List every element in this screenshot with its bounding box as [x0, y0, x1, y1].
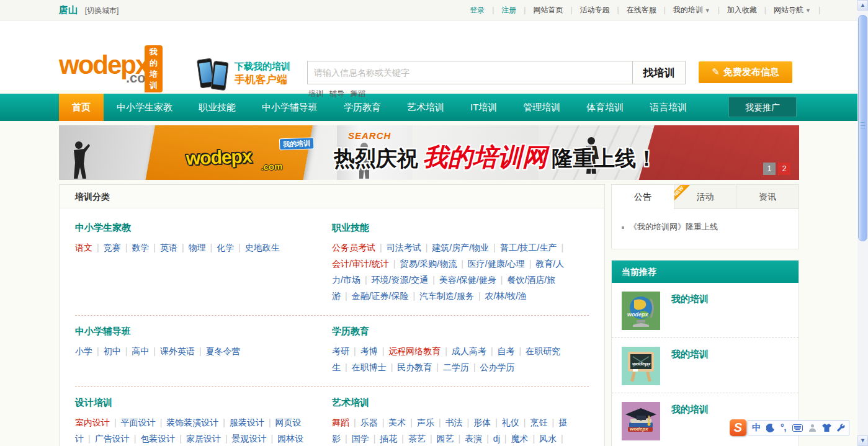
topbar-link-在线客服[interactable]: 在线客服	[619, 5, 664, 16]
category-link[interactable]: 形体	[473, 417, 491, 427]
category-link[interactable]: 课外英语	[160, 346, 195, 356]
nav-item-首页[interactable]: 首页	[59, 94, 104, 121]
category-link[interactable]: 贸易/采购/物流	[400, 259, 457, 269]
category-link[interactable]: 声乐	[417, 417, 434, 427]
nav-item-语言培训[interactable]: 语言培训	[637, 94, 700, 121]
category-link[interactable]: 国学	[352, 434, 369, 444]
category-link[interactable]: 表演	[465, 434, 482, 444]
notice-item[interactable]: 《我的培训网》隆重上线	[622, 221, 789, 233]
scroll-up-arrow[interactable]: ▲	[857, 0, 868, 11]
category-link[interactable]: 服装设计	[230, 417, 264, 427]
nav-item-职业技能[interactable]: 职业技能	[186, 94, 249, 121]
nav-item-中小学生家教[interactable]: 中小学生家教	[104, 94, 186, 121]
category-link[interactable]: 魔术	[511, 434, 528, 444]
mobile-app-promo[interactable]: 下载我的培训 手机客户端	[197, 56, 290, 91]
search-input[interactable]	[307, 61, 633, 84]
site-logo[interactable]: wodepx 我的培训 .com	[59, 53, 158, 86]
category-link[interactable]: 乐器	[360, 417, 378, 427]
category-link[interactable]: 考研	[332, 346, 349, 356]
category-link[interactable]: 广告设计	[95, 434, 130, 444]
banner-page-2[interactable]: 2	[778, 163, 790, 175]
category-link[interactable]: 语文	[75, 243, 92, 252]
nav-item-体育培训[interactable]: 体育培训	[573, 94, 637, 121]
topbar-link-加入收藏[interactable]: 加入收藏	[720, 5, 764, 16]
category-link[interactable]: 建筑/房产/物业	[432, 243, 489, 252]
category-link[interactable]: 数学	[132, 243, 149, 252]
tab-announcements[interactable]: 公告	[612, 185, 674, 209]
sogou-logo-icon[interactable]: S	[730, 419, 746, 436]
category-link[interactable]: 舞蹈	[332, 417, 349, 427]
category-link[interactable]: 金融/证券/保险	[352, 291, 409, 301]
nav-item-IT培训[interactable]: IT培训	[457, 94, 510, 121]
promo-banner[interactable]: SUCCESS wodepx 我的培训 .com SEARCH 热烈庆祝 我的培…	[59, 125, 799, 180]
keyboard-icon[interactable]	[792, 424, 803, 432]
category-link[interactable]: 医疗/健康/心理	[468, 259, 525, 269]
recommend-item[interactable]: wodepx 我的培训	[612, 283, 799, 338]
scrollbar-thumb[interactable]	[858, 15, 867, 241]
nav-item-管理培训[interactable]: 管理培训	[510, 94, 573, 121]
ime-mode-chinese[interactable]: 中	[752, 421, 761, 435]
category-link[interactable]: 美容/保健/健身	[439, 275, 496, 285]
category-link[interactable]: 公办学历	[480, 362, 515, 372]
scroll-down-arrow[interactable]: ▼	[857, 435, 868, 446]
recommend-item[interactable]: wodepx 我的培训	[612, 338, 799, 393]
category-link[interactable]: 物理	[189, 243, 206, 252]
category-link[interactable]: 插花	[380, 434, 397, 444]
category-link[interactable]: 成人高考	[452, 346, 486, 356]
category-link[interactable]: 英语	[160, 243, 177, 252]
category-link[interactable]: 汽车制造/服务	[419, 291, 474, 301]
category-link[interactable]: 考博	[360, 346, 378, 356]
tab-activities[interactable]: NEW 活动	[674, 185, 736, 209]
category-link[interactable]: 夏冬令营	[206, 346, 241, 356]
category-link[interactable]: 竞赛	[104, 243, 121, 252]
nav-item-学历教育[interactable]: 学历教育	[331, 94, 394, 121]
category-link[interactable]: 司法考试	[387, 243, 421, 252]
category-link[interactable]: 史地政生	[245, 243, 280, 252]
topbar-link-注册[interactable]: 注册	[494, 5, 524, 16]
category-link[interactable]: 平面设计	[121, 417, 156, 427]
category-link[interactable]: 包装设计	[140, 434, 175, 444]
category-link[interactable]: dj	[493, 434, 500, 444]
post-info-button[interactable]: ✎免费发布信息	[699, 61, 792, 83]
nav-item-中小学辅导班[interactable]: 中小学辅导班	[249, 94, 331, 121]
category-link[interactable]: 民办教育	[397, 362, 432, 372]
topbar-link-登录[interactable]: 登录	[462, 5, 492, 16]
moon-icon[interactable]	[766, 424, 775, 432]
punctuation-icon[interactable]: °,	[781, 421, 787, 435]
tab-news[interactable]: 资讯	[736, 185, 799, 209]
category-link[interactable]: 礼仪	[502, 417, 519, 427]
category-link[interactable]: 公务员考试	[332, 243, 375, 252]
skin-shirt-icon[interactable]	[822, 424, 831, 432]
category-link[interactable]: 化学	[217, 243, 234, 252]
category-link[interactable]: 会计/审计/统计	[332, 259, 389, 269]
category-link[interactable]: 小学	[75, 346, 92, 356]
category-link[interactable]: 二学历	[443, 362, 469, 372]
category-link[interactable]: 自考	[498, 346, 515, 356]
category-link[interactable]: 景观设计	[232, 434, 267, 444]
switch-city-link[interactable]: [切换城市]	[85, 6, 119, 15]
promote-button[interactable]: 我要推广	[728, 97, 797, 117]
search-button[interactable]: 找培训	[633, 61, 686, 84]
category-link[interactable]: 风水	[539, 434, 557, 444]
category-link[interactable]: 远程网络教育	[388, 346, 441, 356]
category-link[interactable]: 普工/技工/生产	[500, 243, 557, 252]
topbar-link-网站首页[interactable]: 网站首页	[526, 5, 570, 16]
category-link[interactable]: 书法	[445, 417, 463, 427]
category-link[interactable]: 烹饪	[530, 417, 547, 427]
category-link[interactable]: 初中	[104, 346, 121, 356]
wrench-icon[interactable]	[837, 424, 845, 432]
current-city[interactable]: 唐山	[59, 4, 78, 15]
category-link[interactable]: 美术	[388, 417, 406, 427]
category-link[interactable]: 在职博士	[352, 362, 387, 372]
banner-page-1[interactable]: 1	[763, 163, 776, 175]
category-link[interactable]: 装饰装潢设计	[166, 417, 218, 427]
category-link[interactable]: 茶艺	[408, 434, 426, 444]
topbar-link-我的培训[interactable]: 我的培训▼	[666, 5, 718, 16]
category-link[interactable]: 农/林/牧/渔	[485, 291, 527, 301]
category-link[interactable]: 环境/资源/交通	[372, 275, 429, 285]
topbar-link-活动专题[interactable]: 活动专题	[573, 5, 617, 16]
nav-item-艺术培训[interactable]: 艺术培训	[394, 94, 457, 121]
topbar-link-网站导航[interactable]: 网站导航▼	[766, 5, 818, 16]
person-icon[interactable]	[808, 424, 817, 432]
page-scrollbar[interactable]: ▲ ▼	[857, 0, 868, 446]
